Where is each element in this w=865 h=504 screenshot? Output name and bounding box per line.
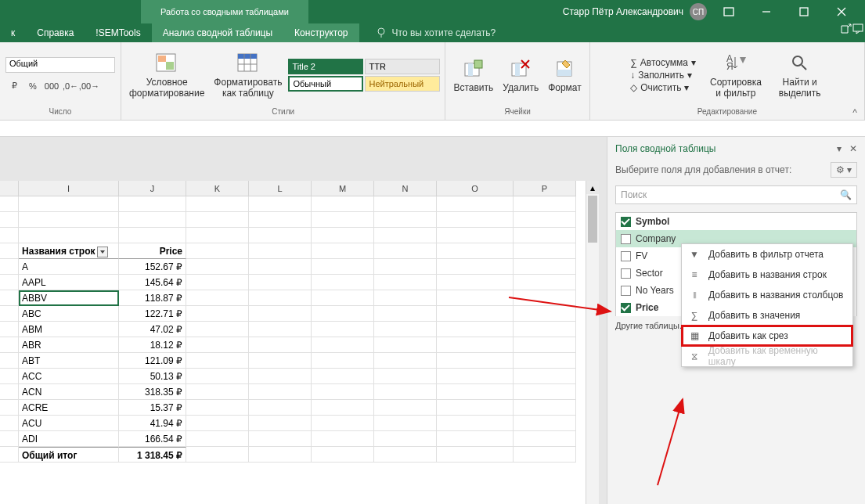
cols-icon: ⦀ — [688, 290, 701, 301]
currency-icon[interactable]: ₽ — [5, 78, 23, 94]
maximize-icon[interactable] — [788, 0, 820, 23]
percent-icon[interactable]: % — [24, 78, 41, 94]
svg-text:Я: Я — [726, 61, 733, 72]
style-neutral[interactable]: Нейтральный — [365, 76, 440, 92]
cell-styles-gallery[interactable]: Title 2 TTR Обычный Нейтральный — [288, 59, 440, 92]
clear-button[interactable]: ◇Очистить▾ — [630, 82, 696, 93]
insert-cells-icon — [462, 57, 485, 81]
checkbox-icon[interactable] — [621, 251, 631, 261]
format-as-table-button[interactable]: Форматировать как таблицу — [211, 50, 285, 100]
format-button[interactable]: Формат — [545, 56, 585, 95]
svg-rect-12 — [238, 54, 257, 59]
col-header[interactable]: M — [312, 181, 374, 196]
sigma-icon: ∑ — [630, 57, 637, 68]
pane-options-icon[interactable]: ▾ — [837, 143, 842, 154]
col-header[interactable]: I — [19, 181, 119, 196]
tab-design[interactable]: Конструктор — [283, 23, 359, 42]
values-icon: ∑ — [688, 310, 701, 321]
conditional-format-button[interactable]: Условное форматирование — [126, 50, 207, 100]
sort-filter-button[interactable]: AЯ Сортировка и фильтр — [707, 50, 765, 100]
ctx-add-timeline: ⧖Добавить как временную шкалу — [682, 346, 852, 366]
group-label-cells: Ячейки — [504, 106, 531, 117]
checkbox-icon[interactable] — [621, 303, 631, 313]
svg-point-5 — [378, 28, 384, 34]
tab-help[interactable]: Справка — [26, 23, 85, 42]
gray-gap-top — [0, 137, 599, 181]
field-label: FV — [636, 250, 647, 261]
field-label: Symbol — [636, 216, 669, 227]
svg-rect-9 — [158, 56, 166, 62]
eraser-icon: ◇ — [630, 82, 637, 93]
insert-button[interactable]: Вставить — [450, 56, 496, 95]
close-icon[interactable] — [826, 0, 857, 23]
search-icon: 🔍 — [840, 189, 852, 200]
style-normal[interactable]: Обычный — [288, 76, 363, 92]
share-icon[interactable] — [840, 23, 852, 42]
fill-down-icon: ↓ — [630, 70, 635, 81]
fill-button[interactable]: ↓Заполнить▾ — [630, 70, 696, 81]
ribbon-display-icon[interactable] — [713, 0, 744, 23]
find-select-button[interactable]: Найти и выделить — [776, 50, 824, 100]
col-header[interactable]: K — [186, 181, 249, 196]
svg-rect-2 — [800, 8, 808, 16]
field-search-input[interactable]: Поиск 🔍 — [615, 185, 857, 204]
col-header[interactable]: P — [514, 181, 576, 196]
column-headers[interactable]: IJKLMNOP — [0, 181, 576, 196]
field-context-menu: ▼Добавить в фильтр отчета ≡Добавить в на… — [681, 243, 853, 367]
tab-semtools[interactable]: !SEMTools — [85, 23, 151, 42]
decrease-decimal-icon[interactable]: ,00→ — [81, 78, 98, 94]
ctx-add-slicer[interactable]: ▦Добавить как срез — [682, 326, 852, 346]
pane-layout-button[interactable]: ⚙ ▾ — [831, 162, 857, 178]
checkbox-icon[interactable] — [621, 286, 631, 296]
user-area[interactable]: Старр Пётр Александрович СП — [563, 0, 865, 23]
tab-bar: к Справка !SEMTools Анализ сводной табли… — [0, 23, 865, 42]
col-header[interactable]: J — [119, 181, 186, 196]
vertical-scrollbar[interactable]: ▴ — [586, 181, 599, 504]
tell-me-search[interactable]: Что вы хотите сделать? — [375, 23, 496, 42]
filter-dropdown-icon[interactable] — [97, 247, 108, 257]
checkbox-icon[interactable] — [621, 234, 631, 244]
svg-rect-0 — [724, 8, 733, 16]
scroll-thumb[interactable] — [588, 196, 597, 243]
table-icon — [236, 52, 260, 75]
delete-button[interactable]: Удалить — [499, 56, 542, 95]
pivot-context-label: Работа со сводными таблицами — [141, 0, 308, 23]
col-header[interactable]: L — [249, 181, 312, 196]
user-avatar[interactable]: СП — [690, 3, 707, 20]
ctx-add-values[interactable]: ∑Добавить в значения — [682, 305, 852, 326]
title-bar: Работа со сводными таблицами Старр Пётр … — [0, 0, 865, 23]
collapse-ribbon-icon[interactable]: ^ — [848, 107, 862, 118]
svg-rect-24 — [557, 70, 571, 76]
field-label: Sector — [636, 268, 663, 279]
ctx-add-filter[interactable]: ▼Добавить в фильтр отчета — [682, 244, 852, 265]
comments-icon[interactable] — [852, 23, 865, 42]
field-label: Price — [636, 302, 658, 313]
tab-analyze[interactable]: Анализ сводной таблицы — [152, 23, 283, 42]
pivot-fields-pane: Поля сводной таблицы ▾ ✕ Выберите поля д… — [607, 137, 865, 504]
tab-unknown[interactable]: к — [0, 23, 26, 42]
style-title2[interactable]: Title 2 — [288, 59, 363, 74]
increase-decimal-icon[interactable]: ,0← — [62, 78, 79, 94]
grid[interactable]: Названия строкPriceA152.67 ₽AAPL145.64 ₽… — [0, 196, 576, 463]
col-header[interactable]: N — [374, 181, 437, 196]
number-format-select[interactable]: Общий — [5, 57, 115, 73]
scroll-up-icon[interactable]: ▴ — [586, 181, 599, 194]
style-ttr[interactable]: TTR — [365, 59, 440, 74]
checkbox-icon[interactable] — [621, 217, 631, 227]
svg-rect-7 — [853, 24, 863, 31]
pane-subtitle: Выберите поля для добавления в отчет: — [615, 164, 791, 175]
minimize-icon[interactable] — [751, 0, 782, 23]
field-symbol[interactable]: Symbol — [616, 213, 856, 230]
ctx-add-rows[interactable]: ≡Добавить в названия строк — [682, 265, 852, 285]
formula-bar-stub — [0, 121, 865, 137]
thousands-icon[interactable]: 000 — [43, 78, 60, 94]
svg-point-27 — [793, 56, 802, 66]
autosum-button[interactable]: ∑Автосумма▾ — [630, 57, 696, 68]
col-header[interactable]: O — [437, 181, 514, 196]
pane-splitter[interactable] — [599, 137, 607, 504]
pane-close-icon[interactable]: ✕ — [849, 143, 857, 154]
format-cells-icon — [553, 57, 576, 81]
spreadsheet[interactable]: IJKLMNOP Названия строкPriceA152.67 ₽AAP… — [0, 137, 599, 504]
checkbox-icon[interactable] — [621, 268, 631, 279]
ctx-add-cols[interactable]: ⦀Добавить в названия столбцов — [682, 285, 852, 305]
